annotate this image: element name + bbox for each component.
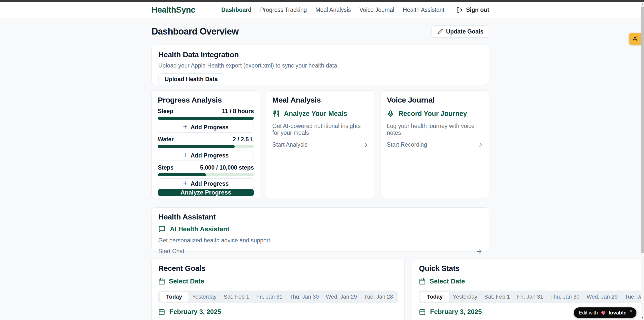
date-tab-yesterday[interactable]: Yesterday [449, 292, 481, 302]
edit-with-label: Edit with [579, 310, 598, 316]
analyze-progress-button[interactable]: Analyze Progress [158, 189, 254, 196]
metric-label: Water [158, 136, 174, 143]
date-tab-today[interactable]: Today [160, 292, 189, 302]
current-date-label: February 3, 2025 [158, 308, 398, 316]
metric-value: 2 / 2.5 L [233, 136, 254, 143]
date-tab-tue-jan-28[interactable]: Tue, Jan 28 [360, 292, 396, 302]
nav-item-progress-tracking[interactable]: Progress Tracking [260, 7, 307, 13]
recent-goals-title: Recent Goals [158, 264, 398, 273]
start-analysis-link[interactable]: Start Analysis [272, 141, 368, 148]
health-data-integration-card: Health Data Integration Upload your Appl… [151, 45, 489, 85]
date-tab-thu-jan-30[interactable]: Thu, Jan 30 [286, 292, 322, 302]
update-goals-button[interactable]: Update Goals [432, 25, 489, 38]
meal-analysis-card: Meal Analysis Analyze Your Meals Get AI-… [266, 90, 375, 199]
voice-journal-card: Voice Journal Record Your Journey Log yo… [381, 90, 489, 199]
calendar-icon [158, 308, 165, 315]
date-tabs: Today Yesterday Sat, Feb 1 Fri, Jan 31 T… [158, 291, 398, 303]
close-icon[interactable]: × [630, 309, 632, 314]
floating-edit-button[interactable] [629, 33, 641, 45]
metric-value: 11 / 8 hours [222, 108, 254, 115]
top-navbar: HealthSync Dashboard Progress Tracking M… [0, 2, 641, 18]
arrow-right-icon [476, 248, 482, 255]
pencil-icon [437, 29, 443, 34]
metric-steps: Steps 5,000 / 10,000 steps + Add Progres… [158, 164, 254, 189]
metric-label: Sleep [158, 108, 173, 115]
sign-out-button[interactable]: Sign out [456, 7, 489, 13]
select-date-button[interactable]: Select Date [158, 277, 398, 285]
meal-analysis-title: Meal Analysis [272, 96, 368, 104]
date-tab-thu-jan-30[interactable]: Thu, Jan 30 [547, 292, 583, 302]
calendar-icon [419, 308, 426, 315]
metric-water: Water 2 / 2.5 L + Add Progress [158, 136, 254, 161]
vertical-scrollbar[interactable] [641, 2, 644, 320]
window-top-bar [0, 0, 644, 2]
arrow-right-icon [362, 142, 369, 148]
date-tab-wed-jan-29[interactable]: Wed, Jan 29 [322, 292, 360, 302]
date-tab-sat-feb-1[interactable]: Sat, Feb 1 [220, 292, 253, 302]
nav-item-meal-analysis[interactable]: Meal Analysis [315, 7, 351, 13]
health-assistant-title: Health Assistant [158, 213, 482, 221]
metric-label: Steps [158, 164, 174, 171]
plus-icon: + [183, 180, 187, 187]
date-tab-fri-jan-31[interactable]: Fri, Jan 31 [513, 292, 547, 302]
metric-value: 5,000 / 10,000 steps [200, 164, 254, 171]
record-your-journey-link[interactable]: Record Your Journey [387, 110, 483, 118]
log-out-icon [456, 7, 463, 13]
meal-analysis-description: Get AI-powered nutritional insights for … [272, 123, 368, 136]
app-logo[interactable]: HealthSync [151, 5, 195, 15]
nav-item-dashboard[interactable]: Dashboard [221, 7, 252, 13]
calendar-icon [419, 278, 426, 285]
calendar-icon [158, 278, 165, 285]
progress-bar-sleep [158, 117, 254, 120]
quick-stats-title: Quick Stats [419, 264, 644, 273]
health-data-description: Upload your Apple Health export (export.… [158, 62, 482, 69]
ai-health-assistant-link[interactable]: AI Health Assistant [158, 225, 482, 233]
main-content: Dashboard Overview Update Goals Health D… [151, 18, 489, 320]
utensils-icon [272, 110, 280, 117]
progress-bar-steps [158, 173, 254, 176]
microphone-icon [387, 110, 394, 117]
progress-analysis-card: Progress Analysis Sleep 11 / 8 hours + A… [151, 90, 260, 199]
date-tabs: Today Yesterday Sat, Feb 1 Fri, Jan 31 T… [419, 291, 644, 303]
voice-journal-title: Voice Journal [387, 96, 483, 104]
add-progress-button-steps[interactable]: + Add Progress [158, 178, 254, 189]
recent-goals-card: Recent Goals Select Date Today Yesterday… [151, 258, 405, 320]
date-tab-fri-jan-31[interactable]: Fri, Jan 31 [253, 292, 286, 302]
heart-icon [600, 310, 606, 316]
start-chat-link[interactable]: Start Chat [158, 248, 482, 255]
page-title: Dashboard Overview [151, 26, 239, 37]
nav-item-voice-journal[interactable]: Voice Journal [359, 7, 394, 13]
plus-icon: + [183, 151, 187, 159]
edit-with-lovable-badge[interactable]: Edit with lovable × [574, 307, 636, 318]
date-tab-yesterday[interactable]: Yesterday [189, 292, 220, 302]
scroll-up-icon[interactable] [641, 3, 644, 6]
start-recording-link[interactable]: Start Recording [387, 141, 483, 148]
scroll-down-icon[interactable] [641, 316, 644, 319]
voice-journal-description: Log your health journey with voice notes [387, 123, 483, 136]
health-assistant-card: Health Assistant AI Health Assistant Get… [151, 207, 489, 252]
scrollbar-thumb[interactable] [641, 7, 644, 253]
add-progress-button-sleep[interactable]: + Add Progress [158, 122, 254, 133]
progress-analysis-title: Progress Analysis [158, 96, 254, 104]
analyze-your-meals-link[interactable]: Analyze Your Meals [272, 110, 368, 118]
progress-bar-water [158, 145, 254, 148]
add-progress-button-water[interactable]: + Add Progress [158, 150, 254, 161]
plus-icon: + [183, 123, 187, 131]
nav-item-health-assistant[interactable]: Health Assistant [403, 7, 444, 13]
logo-a-icon [632, 36, 638, 42]
upload-health-data-button[interactable]: Upload Health Data [158, 73, 224, 85]
metric-sleep: Sleep 11 / 8 hours + Add Progress [158, 108, 254, 133]
arrow-right-icon [476, 142, 483, 148]
chat-bubble-icon [158, 226, 166, 233]
sign-out-label: Sign out [466, 7, 489, 13]
lovable-brand-label: lovable [609, 310, 626, 316]
app-screen: HealthSync Dashboard Progress Tracking M… [0, 0, 644, 320]
date-tab-today[interactable]: Today [420, 292, 449, 302]
main-nav: Dashboard Progress Tracking Meal Analysi… [221, 7, 489, 13]
select-date-button[interactable]: Select Date [419, 277, 644, 285]
date-tab-sat-feb-1[interactable]: Sat, Feb 1 [481, 292, 514, 302]
health-data-title: Health Data Integration [158, 50, 482, 59]
date-tab-wed-jan-29[interactable]: Wed, Jan 29 [583, 292, 621, 302]
health-assistant-description: Get personalized health advice and suppo… [158, 237, 482, 244]
